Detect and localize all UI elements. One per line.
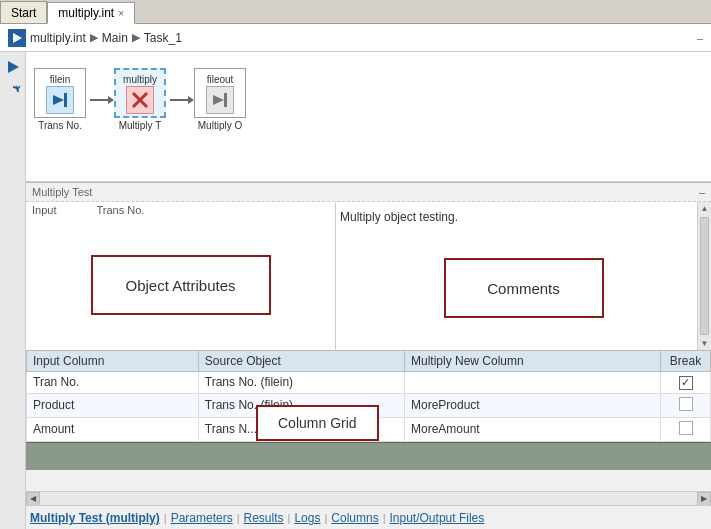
multiply-description: Multiply object testing.: [340, 210, 458, 224]
table-section: Input Column Source Object Multiply New …: [26, 350, 711, 491]
h-scroll-right-button[interactable]: ▶: [697, 492, 711, 506]
fileout-icon: [206, 86, 234, 114]
h-scroll-left-button[interactable]: ◀: [26, 492, 40, 506]
th-multiply-new-column: Multiply New Column: [405, 351, 661, 372]
bottom-tab-columns[interactable]: Columns: [331, 511, 378, 525]
multiply-test-section: Multiply Test –: [26, 182, 711, 202]
svg-rect-7: [224, 93, 227, 107]
breadcrumb-sep1: ▶: [90, 31, 98, 44]
multiply-sublabel: Multiply T: [119, 120, 162, 131]
row2-input: Product: [27, 393, 199, 417]
node-multiply[interactable]: multiply Multiply T: [114, 68, 166, 131]
row1-input: Tran No.: [27, 372, 199, 394]
svg-marker-2: [53, 95, 64, 105]
filein-top-label: filein: [50, 73, 71, 86]
multiply-top-label: multiply: [123, 73, 157, 86]
right-section: Multiply object testing. Comments: [336, 202, 711, 350]
bottom-tab-multiply-test[interactable]: Multiply Test (multiply): [30, 511, 160, 525]
bottom-tab-results[interactable]: Results: [244, 511, 284, 525]
refresh-sidebar-icon[interactable]: [2, 81, 24, 103]
object-attributes-box: Object Attributes: [91, 255, 271, 315]
filein-box[interactable]: filein: [34, 68, 86, 118]
node-fileout[interactable]: fileout Multiply O: [194, 68, 246, 131]
breadcrumb-task: Task_1: [144, 31, 182, 45]
svg-marker-0: [13, 33, 22, 43]
fileout-sublabel: Multiply O: [198, 120, 242, 131]
row2-break[interactable]: [661, 393, 711, 417]
bottom-tab-io-files[interactable]: Input/Output Files: [390, 511, 485, 525]
main-area: filein Trans No. multiply: [26, 52, 711, 529]
row1-source: Trans No. (filein): [198, 372, 404, 394]
section-title: Multiply Test: [32, 186, 92, 198]
comments-label: Comments: [487, 280, 560, 297]
svg-marker-6: [213, 95, 224, 105]
row1-multiply-new: [405, 372, 661, 394]
tab-start[interactable]: Start: [0, 1, 47, 23]
collapse-button[interactable]: –: [697, 32, 703, 44]
comments-box: Comments: [444, 258, 604, 318]
row2-multiply-new: MoreProduct: [405, 393, 661, 417]
play-sidebar-icon[interactable]: [2, 56, 24, 78]
tab-multiply-int[interactable]: multiply.int ×: [47, 2, 135, 24]
scroll-thumb[interactable]: [700, 217, 709, 335]
object-attributes-label: Object Attributes: [125, 277, 235, 294]
tab-bar: Start multiply.int ×: [0, 0, 711, 24]
multiply-test-header: Multiply Test –: [26, 183, 711, 202]
app-window: Start multiply.int × multiply.int ▶ Main…: [0, 0, 711, 529]
breadcrumb-sep2: ▶: [132, 31, 140, 44]
connector-1: [90, 99, 110, 101]
filein-sublabel: Trans No.: [38, 120, 82, 131]
filein-icon: [46, 86, 74, 114]
connector-2: [170, 99, 190, 101]
play-icon: [8, 29, 26, 47]
multiply-box[interactable]: multiply: [114, 68, 166, 118]
h-scroll-track: [40, 492, 697, 505]
multiply-icon: [126, 86, 154, 114]
row3-input: Amount: [27, 417, 199, 441]
input-label: Input: [32, 204, 56, 216]
breadcrumb-bar: multiply.int ▶ Main ▶ Task_1 –: [0, 24, 711, 52]
svg-marker-1: [8, 61, 19, 73]
checkbox-unchecked-icon-2[interactable]: [679, 421, 693, 435]
scroll-up-icon[interactable]: ▲: [698, 202, 711, 215]
pipeline-area: filein Trans No. multiply: [26, 52, 711, 182]
breadcrumb-file: multiply.int: [30, 31, 86, 45]
section-collapse-icon[interactable]: –: [699, 186, 705, 198]
h-scrollbar[interactable]: ◀ ▶: [26, 491, 711, 505]
bottom-tab-parameters[interactable]: Parameters: [171, 511, 233, 525]
panels-wrapper: Input Trans No. Object Attributes Multip…: [26, 202, 711, 350]
tab-start-label: Start: [11, 6, 36, 20]
fileout-box[interactable]: fileout: [194, 68, 246, 118]
pipeline: filein Trans No. multiply: [34, 60, 703, 139]
checkbox-checked-icon[interactable]: ✓: [679, 376, 693, 390]
bottom-tabs: Multiply Test (multiply) | Parameters | …: [26, 505, 711, 529]
svg-rect-3: [64, 93, 67, 107]
scroll-down-icon[interactable]: ▼: [698, 337, 711, 350]
th-break: Break: [661, 351, 711, 372]
fileout-top-label: fileout: [207, 73, 234, 86]
tab-multiply-int-label: multiply.int: [58, 6, 114, 20]
row3-break[interactable]: [661, 417, 711, 441]
tab-close-icon[interactable]: ×: [118, 8, 124, 19]
left-section: Input Trans No. Object Attributes: [26, 202, 336, 350]
checkbox-unchecked-icon[interactable]: [679, 397, 693, 411]
row3-multiply-new: MoreAmount: [405, 417, 661, 441]
breadcrumb-main: Main: [102, 31, 128, 45]
th-source-object: Source Object: [198, 351, 404, 372]
th-input-column: Input Column: [27, 351, 199, 372]
left-sidebar: [0, 52, 26, 529]
content-area: filein Trans No. multiply: [0, 52, 711, 529]
table-row: Tran No. Trans No. (filein) ✓: [27, 372, 711, 394]
table-footer-area: [26, 442, 711, 470]
column-grid-box: Column Grid: [256, 405, 379, 441]
trans-label: Trans No.: [96, 204, 144, 216]
panel-scrollbar[interactable]: ▲ ▼: [697, 202, 711, 350]
bottom-tab-logs[interactable]: Logs: [294, 511, 320, 525]
node-filein[interactable]: filein Trans No.: [34, 68, 86, 131]
left-panel-header: Input Trans No.: [26, 202, 335, 220]
row1-break[interactable]: ✓: [661, 372, 711, 394]
column-grid-label: Column Grid: [278, 415, 357, 431]
